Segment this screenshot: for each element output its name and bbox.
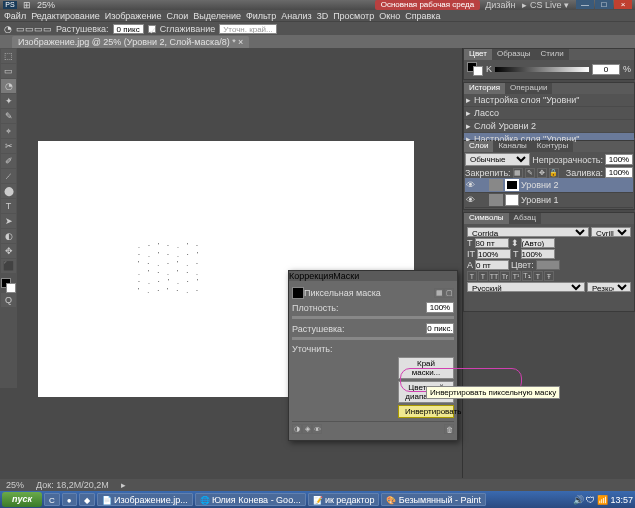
tab-paragraph[interactable]: Абзац [509, 213, 541, 224]
font-style-select[interactable]: Cyrillic [591, 227, 631, 237]
antialias-select[interactable]: Резкое [587, 282, 631, 292]
layer-row[interactable]: 👁 Уровни 1 [465, 193, 633, 208]
lock-all-icon[interactable]: 🔒 [549, 168, 559, 178]
tool-lasso[interactable]: ◔ [1, 79, 16, 93]
tab-actions[interactable]: Операции [505, 83, 552, 94]
workspace-main[interactable]: Основная рабочая среда [375, 0, 481, 10]
history-item[interactable]: ▸Лассо [464, 107, 634, 120]
bold-icon[interactable]: T [467, 271, 477, 281]
menu-3d[interactable]: 3D [317, 11, 329, 21]
doc-arrange[interactable]: ⊞ [23, 0, 31, 10]
vector-mask-icon[interactable]: ▢ [444, 288, 454, 298]
tab-close-icon[interactable]: × [238, 37, 243, 47]
workspace-design[interactable]: Дизайн [485, 0, 515, 10]
toggle-mask-icon[interactable]: 👁 [312, 424, 322, 434]
menu-view[interactable]: Просмотр [333, 11, 374, 21]
selection-mode-icons[interactable]: ▭▭▭▭ [16, 24, 52, 34]
pixel-mask-icon[interactable]: ▦ [434, 288, 444, 298]
tool-type[interactable]: T [1, 199, 16, 213]
tab-masks[interactable]: Маски [333, 271, 359, 281]
lock-transparency-icon[interactable]: ▦ [513, 168, 523, 178]
tool-shape[interactable]: ◐ [1, 229, 16, 243]
tray-icon[interactable]: 🔊 [573, 495, 584, 505]
tool-heal[interactable]: ✂ [1, 139, 16, 153]
quicklaunch-icon[interactable]: C [44, 493, 60, 506]
tab-color[interactable]: Цвет [464, 49, 492, 60]
color-slider[interactable] [495, 67, 589, 72]
taskbar-item[interactable]: 🎨 Безымянный - Paint [381, 493, 486, 506]
antialias-checkbox[interactable]: ✓ [148, 25, 156, 33]
invert-button[interactable]: Инвертировать [398, 405, 454, 418]
quickmask-toggle[interactable]: Q [1, 293, 16, 307]
tool-crop[interactable]: ✎ [1, 109, 16, 123]
tab-history[interactable]: История [464, 83, 505, 94]
font-size[interactable] [475, 238, 509, 248]
opacity-input[interactable]: 100% [605, 154, 633, 165]
lock-position-icon[interactable]: ✥ [537, 168, 547, 178]
history-item[interactable]: ▸Слой Уровни 2 [464, 120, 634, 133]
quicklaunch-icon[interactable]: ● [62, 493, 77, 506]
color-value[interactable]: 0 [592, 64, 620, 75]
delete-mask-icon[interactable]: 🗑 [444, 424, 454, 434]
tab-layers[interactable]: Слои [464, 141, 493, 152]
menu-help[interactable]: Справка [405, 11, 440, 21]
tool-brush[interactable]: ✐ [1, 154, 16, 168]
leading[interactable] [521, 238, 555, 248]
menu-image[interactable]: Изображение [105, 11, 162, 21]
menu-file[interactable]: Файл [4, 11, 26, 21]
tool-hand[interactable]: ✥ [1, 244, 16, 258]
tool-eyedropper[interactable]: ⌖ [1, 124, 16, 138]
tool-stamp[interactable]: ⟋ [1, 169, 16, 183]
status-arrow-icon[interactable]: ▸ [121, 480, 126, 490]
menu-edit[interactable]: Редактирование [31, 11, 100, 21]
tool-zoom[interactable]: ⬛ [1, 259, 16, 273]
blend-mode[interactable]: Обычные [465, 153, 530, 166]
kerning[interactable] [521, 249, 555, 259]
menu-filter[interactable]: Фильтр [246, 11, 276, 21]
mask-from-selection-icon[interactable]: ◑ [292, 424, 302, 434]
lang-select[interactable]: Русский [467, 282, 585, 292]
menu-layer[interactable]: Слои [166, 11, 188, 21]
tool-path[interactable]: ➤ [1, 214, 16, 228]
tab-paths[interactable]: Контуры [532, 141, 573, 152]
zoom-dropdown[interactable]: 25% [37, 0, 55, 10]
refine-edge-button[interactable]: Уточн. край... [219, 24, 277, 34]
tracking[interactable] [477, 249, 511, 259]
font-select[interactable]: Corrida [467, 227, 589, 237]
tab-character[interactable]: Символы [464, 213, 509, 224]
tab-channels[interactable]: Каналы [493, 141, 531, 152]
text-color-swatch[interactable] [536, 260, 560, 270]
tab-styles[interactable]: Стили [536, 49, 569, 60]
taskbar-item[interactable]: 🌐 Юлия Конева - Goo... [195, 493, 306, 506]
menu-window[interactable]: Окно [379, 11, 400, 21]
feather-input[interactable]: 0 пикс [113, 24, 144, 34]
tray-icon[interactable]: 🛡 [586, 495, 595, 505]
document-tab[interactable]: Изображение.jpg @ 25% (Уровни 2, Слой-ма… [12, 36, 249, 48]
density-input[interactable]: 100% [426, 302, 454, 313]
maximize-button[interactable]: □ [595, 0, 613, 9]
fill-input[interactable]: 100% [605, 167, 633, 178]
start-button[interactable]: пуск [2, 492, 42, 507]
tool-eraser[interactable]: ⬤ [1, 184, 16, 198]
menu-analysis[interactable]: Анализ [281, 11, 311, 21]
lock-pixels-icon[interactable]: ✎ [525, 168, 535, 178]
visibility-icon[interactable]: 👁 [465, 180, 475, 190]
quicklaunch-icon[interactable]: ◆ [79, 493, 95, 506]
visibility-icon[interactable]: 👁 [465, 195, 475, 205]
status-zoom[interactable]: 25% [6, 480, 24, 490]
color-swatch[interactable] [1, 278, 16, 293]
tool-marquee[interactable]: ▭ [1, 64, 16, 78]
baseline[interactable] [475, 260, 509, 270]
menu-select[interactable]: Выделение [193, 11, 241, 21]
minimize-button[interactable]: — [576, 0, 594, 9]
tool-move[interactable]: ⬚ [1, 49, 16, 63]
apply-mask-icon[interactable]: ◈ [302, 424, 312, 434]
mask-feather-input[interactable]: 0 пикс. [426, 323, 454, 334]
taskbar-item[interactable]: 📄 Изображение.jp... [97, 493, 193, 506]
history-item[interactable]: ▸Настройка слоя "Уровни" [464, 94, 634, 107]
tab-swatches[interactable]: Образцы [492, 49, 536, 60]
layer-row[interactable]: 👁 Уровни 2 [465, 178, 633, 193]
taskbar-item[interactable]: 📝 ик редактор [308, 493, 380, 506]
clock[interactable]: 13:57 [610, 495, 633, 505]
close-button[interactable]: × [614, 0, 632, 9]
